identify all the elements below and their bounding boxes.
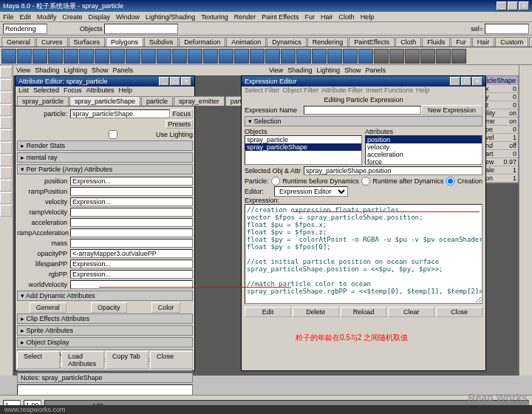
- obj-item[interactable]: spray_particle: [245, 136, 361, 143]
- viewport-menu-right[interactable]: ViewShadingLightingShowPanels: [266, 65, 519, 75]
- editor-dropdown[interactable]: Expression Editor: [274, 186, 348, 197]
- shelf-icon-5[interactable]: [79, 49, 94, 64]
- expr-name-input[interactable]: [304, 106, 421, 115]
- exp-btn-delete[interactable]: Delete: [293, 307, 339, 317]
- tool-6[interactable]: [0, 142, 12, 154]
- tab-cloth[interactable]: Cloth: [395, 37, 421, 47]
- shelf-tabs[interactable]: GeneralCurvesSurfacesPolygonsSubdivsDefo…: [0, 35, 532, 47]
- tool-9[interactable]: [0, 180, 12, 191]
- tab-fur[interactable]: Fur: [451, 37, 471, 47]
- exp-menu[interactable]: Select Filter: [245, 86, 280, 95]
- general-button[interactable]: General: [30, 302, 66, 313]
- attr-item[interactable]: force: [366, 158, 482, 165]
- exp-menu[interactable]: Attribute Filter: [321, 86, 363, 95]
- menu-texturing[interactable]: Texturing: [201, 13, 228, 21]
- tab-rendering[interactable]: Rendering: [307, 37, 349, 47]
- shelf-icon-23[interactable]: [358, 49, 373, 64]
- tool-7[interactable]: [0, 155, 12, 166]
- vp-menu-shading[interactable]: Shading: [287, 67, 312, 74]
- ae-btn-load-attributes[interactable]: Load Attributes: [61, 351, 104, 369]
- toolbox[interactable]: [0, 65, 13, 376]
- shelf-icon-6[interactable]: [95, 49, 109, 64]
- attributes-listbox[interactable]: positionvelocityaccelerationforceinputFo…: [365, 135, 482, 165]
- shelf-icon-9[interactable]: [141, 49, 156, 64]
- shelf-icon-8[interactable]: [126, 49, 140, 64]
- radio-runtime-before[interactable]: [270, 177, 282, 186]
- tab-fluids[interactable]: Fluids: [422, 37, 450, 47]
- shelf-icon-18[interactable]: [281, 49, 296, 64]
- shelf-icon-26[interactable]: [405, 49, 420, 64]
- attr-item[interactable]: acceleration: [366, 151, 482, 158]
- shelf-icon-2[interactable]: [33, 49, 47, 64]
- tool-2[interactable]: [0, 92, 12, 104]
- ae-tab-0[interactable]: spray_particle: [17, 96, 69, 106]
- tab-dynamics[interactable]: Dynamics: [267, 37, 307, 47]
- vp-menu-view[interactable]: View: [16, 67, 30, 74]
- pp-rampVelocity[interactable]: [70, 208, 193, 217]
- focus-button[interactable]: Focus: [170, 109, 193, 118]
- menu-modify[interactable]: Modify: [37, 13, 57, 21]
- objects-listbox[interactable]: spray_particlespray_particleShape: [245, 135, 362, 165]
- exp-btn-clear[interactable]: Clear: [388, 307, 434, 317]
- shelf-icon-16[interactable]: [250, 49, 265, 64]
- section-object-display[interactable]: Object Display: [17, 337, 193, 347]
- shelf-icon-3[interactable]: [48, 49, 63, 64]
- tool-4[interactable]: [0, 117, 12, 129]
- shelf-icon-4[interactable]: [64, 49, 78, 64]
- ae-menu-list[interactable]: List: [18, 86, 29, 96]
- mode-dropdown[interactable]: [3, 24, 47, 34]
- presets-button[interactable]: Presets: [166, 120, 193, 129]
- exp-btn-edit[interactable]: Edit: [245, 307, 291, 317]
- menu-cloth[interactable]: Cloth: [339, 13, 355, 21]
- tab-surfaces[interactable]: Surfaces: [69, 37, 106, 47]
- minimize-button[interactable]: _: [497, 1, 507, 10]
- menu-file[interactable]: File: [3, 13, 14, 21]
- shelf-icon-12[interactable]: [188, 49, 202, 64]
- menu-hair[interactable]: Hair: [321, 13, 333, 21]
- section-sprite[interactable]: Sprite Attributes: [17, 325, 193, 336]
- objects-input[interactable]: [104, 24, 178, 34]
- tab-sun[interactable]: sun: [529, 37, 532, 47]
- tab-hair[interactable]: Hair: [472, 37, 495, 47]
- exp-menu[interactable]: Insert Functions: [366, 86, 413, 95]
- menu-render[interactable]: Render: [234, 13, 256, 21]
- vp-menu-lighting[interactable]: Lighting: [64, 67, 87, 74]
- shelf-icon-17[interactable]: [265, 49, 280, 64]
- vp-menu-view[interactable]: View: [269, 67, 283, 74]
- shelf-icon-27[interactable]: [420, 49, 435, 64]
- panel-max-icon[interactable]: □: [461, 77, 471, 86]
- attr-item[interactable]: velocity: [366, 143, 482, 151]
- shelf-icon-1[interactable]: [17, 49, 32, 64]
- selection-section[interactable]: Selection: [245, 116, 482, 126]
- pp-velocity[interactable]: [70, 197, 193, 206]
- use-lighting-checkbox[interactable]: [70, 130, 156, 139]
- pp-mass[interactable]: [70, 239, 193, 248]
- tab-animation[interactable]: Animation: [226, 37, 266, 47]
- section-render-stats[interactable]: Render Stats: [17, 140, 193, 151]
- tool-1[interactable]: [0, 79, 12, 91]
- ae-menu-attributes[interactable]: Attributes: [86, 86, 115, 96]
- section-per-particle[interactable]: Per Particle (Array) Attributes: [17, 164, 193, 174]
- tab-painteffects[interactable]: PaintEffects: [349, 37, 395, 47]
- ae-tab-1[interactable]: spray_particleShape: [69, 96, 140, 106]
- sel-obj-attr-input[interactable]: [304, 166, 482, 175]
- ae-menu-help[interactable]: Help: [119, 86, 133, 96]
- viewport-menu-left[interactable]: ViewShadingLightingShowPanels: [13, 65, 266, 75]
- pp-rampPosition[interactable]: [70, 187, 193, 196]
- vp-menu-show[interactable]: Show: [92, 67, 109, 74]
- tool-0[interactable]: [0, 67, 12, 78]
- shelf-icon-20[interactable]: [312, 49, 327, 64]
- tab-polygons[interactable]: Polygons: [106, 37, 143, 47]
- shelf-icon-19[interactable]: [296, 49, 311, 64]
- panel-min-icon[interactable]: _: [450, 77, 460, 86]
- ae-btn-select[interactable]: Select: [17, 351, 60, 369]
- tab-custom[interactable]: Custom: [495, 37, 528, 47]
- exp-btn-close[interactable]: Close: [436, 307, 482, 317]
- vp-menu-panels[interactable]: Panels: [365, 67, 386, 74]
- shelf-icon-15[interactable]: [234, 49, 249, 64]
- radio-creation[interactable]: [445, 177, 456, 186]
- menu-display[interactable]: Display: [89, 13, 111, 21]
- vp-menu-show[interactable]: Show: [344, 67, 361, 74]
- tab-general[interactable]: General: [1, 37, 35, 47]
- new-expr-button[interactable]: New Expression: [421, 105, 482, 115]
